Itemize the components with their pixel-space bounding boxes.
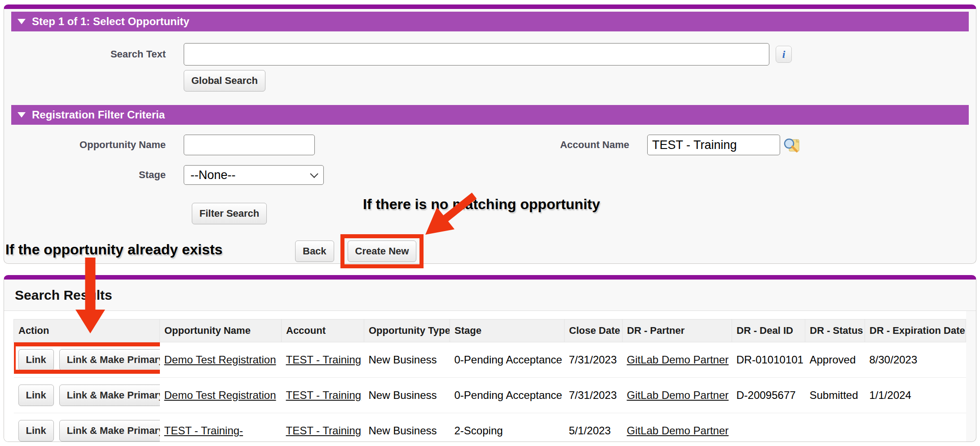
dr-partner-link[interactable]: GitLab Demo Partner [627, 424, 729, 437]
dr-partner-link[interactable]: GitLab Demo Partner [627, 354, 729, 366]
table-cell-account: TEST - Training [282, 413, 364, 442]
table-cell-dr-deal-id [732, 413, 805, 442]
action-cell: LinkLink & Make Primary [14, 413, 160, 442]
action-cell: LinkLink & Make Primary [14, 342, 160, 378]
search-text-label: Search Text [4, 48, 184, 60]
search-results-heading: Search Results [15, 288, 112, 303]
create-new-button[interactable]: Create New [348, 240, 417, 262]
global-search-button[interactable]: Global Search [184, 70, 265, 92]
table-cell-dr-deal-id: D-20095677 [732, 378, 805, 413]
step-section-header[interactable]: Step 1 of 1: Select Opportunity [11, 12, 969, 31]
opportunity-name-link[interactable]: TEST - Training- [164, 424, 243, 437]
annotation-already-exists: If the opportunity already exists [5, 241, 223, 258]
info-icon[interactable]: i [776, 46, 792, 63]
filter-header-label: Registration Filter Criteria [32, 109, 165, 121]
table-cell-dr-partner: GitLab Demo Partner [622, 413, 732, 442]
table-cell-stage: 0-Pending Acceptance [450, 378, 565, 413]
account-link[interactable]: TEST - Training [286, 424, 362, 437]
results-table: ActionOpportunity NameAccountOpportunity… [13, 319, 966, 442]
column-header[interactable]: Account [282, 319, 364, 342]
stage-selected-value: --None-- [190, 168, 236, 182]
table-cell-dr-status [805, 413, 865, 442]
column-header[interactable]: DR - Deal ID [732, 319, 805, 342]
opportunity-name-input[interactable] [184, 135, 315, 155]
column-header[interactable]: Opportunity Name [160, 319, 282, 342]
table-cell-opportunity-type: New Business [364, 413, 450, 442]
opportunity-name-link[interactable]: Demo Test Registration [164, 389, 276, 401]
column-header[interactable]: Action [14, 319, 160, 342]
table-cell-dr-expiration-date: 8/30/2023 [865, 342, 966, 378]
table-cell-close-date: 7/31/2023 [565, 378, 622, 413]
link-make-primary-button[interactable]: Link & Make Primary [59, 385, 160, 406]
dr-partner-link[interactable]: GitLab Demo Partner [627, 389, 729, 401]
link-button[interactable]: Link [18, 420, 54, 442]
table-cell-opportunity-type: New Business [364, 342, 450, 378]
link-button[interactable]: Link [18, 349, 54, 371]
lookup-icon[interactable] [783, 136, 801, 154]
table-cell-opportunity-name: Demo Test Registration [160, 342, 282, 378]
table-cell-stage: 0-Pending Acceptance [450, 342, 565, 378]
table-cell-account: TEST - Training [282, 378, 364, 413]
stage-label: Stage [4, 169, 184, 181]
table-cell-close-date: 7/31/2023 [565, 342, 622, 378]
table-cell-dr-partner: GitLab Demo Partner [622, 378, 732, 413]
column-header[interactable]: DR - Expiration Date [865, 319, 966, 342]
column-header[interactable]: DR - Status [805, 319, 865, 342]
stage-select[interactable]: --None-- [184, 165, 324, 185]
search-results-panel: Search Results ActionOpportunity NameAcc… [4, 275, 976, 442]
table-cell-opportunity-type: New Business [364, 378, 450, 413]
table-cell-dr-partner: GitLab Demo Partner [622, 342, 732, 378]
step-header-label: Step 1 of 1: Select Opportunity [32, 15, 190, 28]
table-cell-dr-expiration-date: 1/1/2024 [865, 378, 966, 413]
account-link[interactable]: TEST - Training [286, 389, 362, 401]
table-cell-dr-status: Approved [805, 342, 865, 378]
account-name-label: Account Name [315, 139, 647, 151]
table-cell-dr-deal-id: DR-01010101 [732, 342, 805, 378]
link-button[interactable]: Link [18, 385, 54, 406]
link-make-primary-button[interactable]: Link & Make Primary [59, 349, 160, 371]
column-header[interactable]: Close Date [565, 319, 622, 342]
table-cell-close-date: 5/1/2023 [565, 413, 622, 442]
table-row: LinkLink & Make PrimaryDemo Test Registr… [14, 378, 966, 413]
table-cell-dr-expiration-date [865, 413, 966, 442]
link-make-primary-button[interactable]: Link & Make Primary [59, 420, 160, 442]
filter-search-button[interactable]: Filter Search [192, 203, 267, 224]
collapse-triangle-icon [18, 112, 26, 118]
back-button[interactable]: Back [295, 240, 334, 262]
select-opportunity-page: Step 1 of 1: Select Opportunity Search T… [0, 0, 980, 446]
table-row: LinkLink & Make PrimaryTEST - Training-T… [14, 413, 966, 442]
column-header[interactable]: DR - Partner [622, 319, 732, 342]
results-table-area: ActionOpportunity NameAccountOpportunity… [4, 311, 966, 442]
account-name-input[interactable] [647, 135, 780, 155]
filter-section-header[interactable]: Registration Filter Criteria [11, 105, 969, 125]
annotation-no-match: If there is no matching opportunity [363, 196, 600, 213]
account-link[interactable]: TEST - Training [286, 354, 362, 366]
chevron-down-icon [310, 170, 318, 178]
table-cell-opportunity-name: TEST - Training- [160, 413, 282, 442]
table-cell-account: TEST - Training [282, 342, 364, 378]
table-row: LinkLink & Make PrimaryDemo Test Registr… [14, 342, 966, 378]
table-cell-opportunity-name: Demo Test Registration [160, 378, 282, 413]
create-new-highlight-box: Create New [340, 234, 424, 268]
column-header[interactable]: Stage [450, 319, 565, 342]
opportunity-name-label: Opportunity Name [4, 139, 184, 151]
search-text-input[interactable] [184, 43, 769, 66]
action-cell: LinkLink & Make Primary [14, 378, 160, 413]
step-panel: Step 1 of 1: Select Opportunity Search T… [4, 4, 976, 264]
collapse-triangle-icon [18, 19, 26, 24]
table-cell-dr-status: Submitted [805, 378, 865, 413]
table-cell-stage: 2-Scoping [450, 413, 565, 442]
column-header[interactable]: Opportunity Type [364, 319, 450, 342]
opportunity-name-link[interactable]: Demo Test Registration [164, 354, 276, 366]
